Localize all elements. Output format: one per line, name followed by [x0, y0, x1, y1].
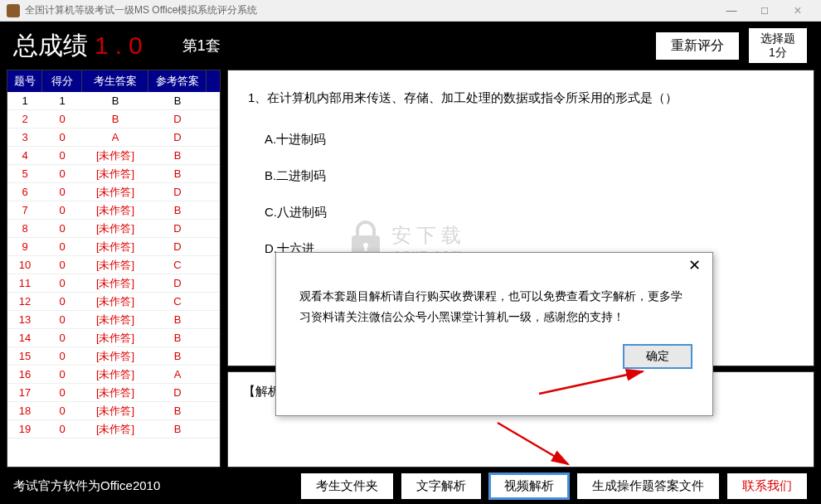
bottom-info: 考试官方软件为Office2010	[13, 478, 294, 494]
th-reference-answer: 参考答案	[148, 70, 206, 92]
table-row[interactable]: 70[未作答]B	[7, 201, 220, 220]
cell-score: 0	[42, 149, 82, 162]
bottom-bar: 考试官方软件为Office2010 考生文件夹 文字解析 视频解析 生成操作题答…	[0, 468, 821, 504]
cell-num: 12	[7, 295, 42, 308]
table-row[interactable]: 80[未作答]D	[7, 220, 220, 238]
cell-ref-answer: D	[148, 113, 206, 125]
cell-score: 0	[42, 405, 82, 417]
table-row[interactable]: 90[未作答]D	[7, 238, 220, 256]
cell-user-answer: [未作答]	[82, 313, 148, 327]
cell-ref-answer: B	[148, 405, 206, 417]
cell-user-answer: [未作答]	[82, 349, 148, 364]
cell-num: 2	[7, 113, 42, 125]
cell-num: 7	[7, 204, 42, 216]
rescore-button[interactable]: 重新评分	[655, 32, 740, 61]
cell-user-answer: [未作答]	[82, 404, 148, 419]
cell-score: 0	[42, 386, 82, 399]
cell-score: 0	[42, 313, 82, 326]
cell-score: 0	[42, 240, 82, 253]
table-row[interactable]: 40[未作答]B	[7, 147, 220, 165]
th-score: 得分	[42, 70, 82, 92]
table-row[interactable]: 60[未作答]D	[7, 183, 220, 201]
cell-num: 14	[7, 332, 42, 344]
cell-user-answer: B	[82, 113, 148, 125]
table-body[interactable]: 11BB20BD30AD40[未作答]B50[未作答]B60[未作答]D70[未…	[7, 92, 220, 467]
table-header: 题号 得分 考生答案 参考答案	[7, 70, 220, 92]
cell-user-answer: [未作答]	[82, 167, 148, 182]
cell-user-answer: [未作答]	[82, 148, 148, 163]
option-c: C.八进制码	[248, 200, 794, 225]
cell-score: 0	[42, 277, 82, 289]
cell-score: 0	[42, 295, 82, 308]
dialog-close-button[interactable]: ✕	[684, 256, 704, 274]
table-row[interactable]: 160[未作答]A	[7, 366, 220, 384]
cell-user-answer: [未作答]	[82, 203, 148, 218]
cell-num: 15	[7, 350, 42, 362]
cell-score: 0	[42, 167, 82, 180]
video-analysis-button[interactable]: 视频解析	[488, 472, 570, 500]
table-row[interactable]: 180[未作答]B	[7, 402, 220, 420]
table-row[interactable]: 110[未作答]D	[7, 274, 220, 293]
cell-ref-answer: B	[148, 204, 206, 216]
cell-ref-answer: B	[148, 332, 206, 344]
maximize-button[interactable]: □	[748, 2, 781, 20]
cell-ref-answer: D	[148, 277, 206, 289]
cell-score: 0	[42, 204, 82, 216]
cell-num: 19	[7, 423, 42, 435]
cell-score: 0	[42, 259, 82, 271]
cell-ref-answer: B	[148, 313, 206, 326]
cell-user-answer: A	[82, 131, 148, 143]
cell-num: 3	[7, 131, 42, 143]
dialog-ok-button[interactable]: 确定	[623, 344, 692, 369]
table-row[interactable]: 50[未作答]B	[7, 165, 220, 183]
minimize-button[interactable]: —	[715, 2, 748, 20]
generate-answer-button[interactable]: 生成操作题答案文件	[576, 472, 720, 500]
cell-num: 16	[7, 368, 42, 380]
cell-num: 13	[7, 313, 42, 326]
cell-num: 9	[7, 240, 42, 253]
cell-score: 0	[42, 332, 82, 344]
candidate-folder-button[interactable]: 考生文件夹	[300, 472, 394, 500]
cell-ref-answer: D	[148, 186, 206, 198]
contact-us-button[interactable]: 联系我们	[726, 472, 808, 500]
cell-num: 11	[7, 277, 42, 289]
cell-ref-answer: D	[148, 386, 206, 399]
choice-line1: 选择题	[760, 32, 795, 46]
table-row[interactable]: 170[未作答]D	[7, 384, 220, 402]
table-row[interactable]: 11BB	[7, 92, 220, 110]
cell-user-answer: [未作答]	[82, 422, 148, 437]
dialog-footer: 确定	[276, 336, 712, 382]
set-label: 第1套	[182, 36, 221, 56]
table-row[interactable]: 120[未作答]C	[7, 293, 220, 311]
choice-score-button[interactable]: 选择题 1分	[748, 27, 808, 64]
cell-user-answer: [未作答]	[82, 258, 148, 273]
cell-score: 0	[42, 222, 82, 235]
table-row[interactable]: 30AD	[7, 128, 220, 147]
table-row[interactable]: 150[未作答]B	[7, 347, 220, 366]
cell-user-answer: [未作答]	[82, 331, 148, 346]
close-button[interactable]: ×	[781, 2, 814, 20]
cell-ref-answer: C	[148, 259, 206, 271]
window-title: 全国计算机等级考试一级MS Office模拟系统评分系统	[25, 3, 715, 17]
window-controls: — □ ×	[715, 2, 814, 20]
cell-num: 10	[7, 259, 42, 271]
cell-score: 0	[42, 423, 82, 435]
table-row[interactable]: 100[未作答]C	[7, 256, 220, 274]
cell-ref-answer: B	[148, 94, 206, 107]
cell-ref-answer: D	[148, 131, 206, 143]
choice-line2: 1分	[760, 46, 795, 60]
table-row[interactable]: 190[未作答]B	[7, 420, 220, 439]
cell-num: 17	[7, 386, 42, 399]
titlebar: 全国计算机等级考试一级MS Office模拟系统评分系统 — □ ×	[0, 0, 821, 22]
cell-user-answer: B	[82, 94, 148, 107]
text-analysis-button[interactable]: 文字解析	[401, 472, 482, 500]
table-row[interactable]: 140[未作答]B	[7, 329, 220, 347]
table-row[interactable]: 20BD	[7, 110, 220, 128]
table-row[interactable]: 130[未作答]B	[7, 311, 220, 329]
header-bar: 总成绩 1.0 第1套 重新评分 选择题 1分	[0, 22, 821, 70]
dialog-titlebar: ✕	[276, 253, 712, 278]
cell-user-answer: [未作答]	[82, 294, 148, 309]
cell-ref-answer: C	[148, 295, 206, 308]
cell-ref-answer: D	[148, 222, 206, 235]
option-b: B.二进制码	[248, 163, 794, 188]
